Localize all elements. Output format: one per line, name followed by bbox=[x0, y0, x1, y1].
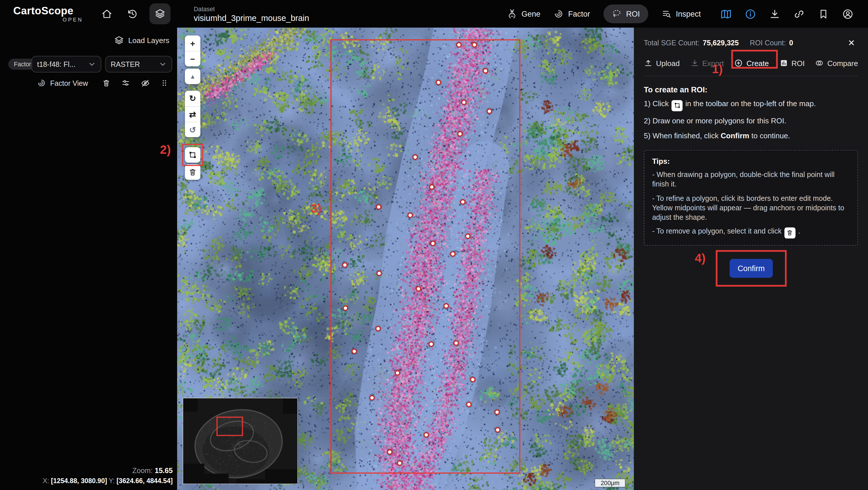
nav-factor[interactable]: Factor bbox=[554, 9, 590, 19]
step3-suffix: to continue. bbox=[751, 131, 790, 140]
roi-vertex[interactable] bbox=[343, 305, 348, 311]
x-label: X: bbox=[43, 477, 49, 485]
roi-vertex[interactable] bbox=[470, 377, 475, 382]
scale-bar-label: 200μm bbox=[601, 480, 619, 486]
roi-vertex[interactable] bbox=[376, 270, 382, 276]
upload-label: Upload bbox=[656, 59, 680, 67]
minimap[interactable] bbox=[183, 398, 298, 484]
delete-layer-button[interactable] bbox=[100, 77, 112, 89]
map-viewport[interactable]: + − ▲ ↻ ⇄ ↺ 200μm bbox=[177, 28, 634, 490]
zoom-out-button[interactable]: − bbox=[185, 51, 200, 66]
home-button[interactable] bbox=[97, 4, 116, 23]
roi-vertex[interactable] bbox=[495, 427, 500, 433]
compass-button[interactable]: ▲ bbox=[185, 69, 200, 84]
factor-swirl-icon bbox=[37, 78, 45, 88]
rotate-ccw-button[interactable]: ↺ bbox=[185, 122, 200, 137]
load-layers-button[interactable]: Load Layers bbox=[114, 35, 169, 45]
download-button[interactable] bbox=[768, 8, 780, 20]
map-status: Zoom: 15.65 X: [1254.88, 3080.90] Y: [36… bbox=[43, 466, 173, 485]
instruction-step-2: 2) Draw one or more polygons for this RO… bbox=[634, 111, 868, 126]
roi-vertex[interactable] bbox=[443, 303, 449, 309]
tip3-prefix: - To remove a polygon, select it and cli… bbox=[652, 227, 782, 235]
close-icon: × bbox=[848, 37, 855, 48]
total-sge-label: Total SGE Count: bbox=[644, 38, 700, 47]
delete-shape-button[interactable] bbox=[185, 164, 200, 180]
dataset-label: Dataset bbox=[194, 5, 309, 12]
roi-vertex[interactable] bbox=[415, 286, 421, 292]
map-button[interactable] bbox=[720, 8, 732, 20]
tip-3: - To remove a polygon, select it and cli… bbox=[652, 227, 850, 238]
upload-icon bbox=[644, 59, 653, 67]
roi-vertex[interactable] bbox=[342, 262, 348, 268]
roi-vertex[interactable] bbox=[450, 251, 456, 257]
rotate-control-group: ↻ ⇄ ↺ bbox=[185, 91, 200, 137]
roi-vertex[interactable] bbox=[375, 326, 381, 331]
zoom-in-button[interactable]: + bbox=[185, 35, 200, 51]
roi-vertex[interactable] bbox=[465, 233, 470, 239]
layer-drag-handle[interactable] bbox=[158, 77, 170, 89]
nav-factor-label: Factor bbox=[568, 9, 590, 19]
roi-vertex[interactable] bbox=[429, 184, 435, 190]
roi-vertex[interactable] bbox=[387, 449, 392, 455]
nav-roi-label: ROI bbox=[626, 9, 640, 19]
trash-icon bbox=[188, 167, 197, 176]
roi-vertex[interactable] bbox=[429, 341, 434, 347]
roi-vertex[interactable] bbox=[461, 100, 467, 105]
roi-vertex[interactable] bbox=[487, 108, 492, 114]
raster-select[interactable]: RASTER bbox=[105, 56, 172, 73]
layers-button[interactable] bbox=[150, 3, 170, 24]
roi-vertex[interactable] bbox=[456, 42, 462, 47]
info-button[interactable] bbox=[744, 8, 756, 20]
roi-vertex[interactable] bbox=[395, 370, 400, 375]
compare-button[interactable]: Compare bbox=[815, 59, 858, 67]
roi-vertex[interactable] bbox=[466, 402, 472, 407]
sliders-icon bbox=[121, 78, 130, 88]
rotate-cw-button[interactable]: ↻ bbox=[185, 91, 200, 106]
roi-vertex[interactable] bbox=[436, 80, 441, 85]
dataset-name: visiumhd_3prime_mouse_brain bbox=[194, 13, 309, 22]
layer-settings-button[interactable] bbox=[120, 77, 132, 89]
roi-vertex[interactable] bbox=[376, 204, 381, 210]
nav-inspect[interactable]: Inspect bbox=[661, 9, 701, 19]
account-button[interactable] bbox=[841, 8, 854, 20]
scale-bar: 200μm bbox=[595, 479, 626, 487]
brand-logo[interactable]: CartoScope OPEN bbox=[13, 5, 83, 23]
panel-header: Total SGE Count: 75,629,325 ROI Count: 0… bbox=[634, 28, 868, 49]
roi-vertex[interactable] bbox=[412, 154, 418, 160]
nav-gene[interactable]: Gene bbox=[507, 9, 540, 19]
roi-vertex[interactable] bbox=[454, 340, 459, 346]
coords-readout: X: [1254.88, 3080.90] Y: [3624.66, 4844.… bbox=[43, 477, 173, 485]
roi-rectangle bbox=[330, 39, 520, 473]
chevron-down-icon bbox=[159, 60, 167, 68]
layer-visibility-button[interactable] bbox=[139, 77, 151, 89]
cartoscope-app: CartoScope OPEN Dataset visiumhd_3prime_… bbox=[0, 0, 868, 490]
flip-button[interactable]: ⇄ bbox=[185, 106, 200, 122]
bookmark-button[interactable] bbox=[817, 8, 829, 20]
roi-vertex[interactable] bbox=[457, 131, 463, 136]
roi-vertex[interactable] bbox=[460, 199, 466, 204]
factor-select[interactable]: t18-f48: Fl... bbox=[32, 56, 101, 73]
close-panel-button[interactable]: × bbox=[845, 36, 858, 49]
layers-icon bbox=[114, 35, 124, 45]
roi-vertex[interactable] bbox=[423, 432, 429, 437]
nav-roi[interactable]: ROI bbox=[603, 4, 648, 23]
link-button[interactable] bbox=[793, 8, 805, 20]
roi-vertex[interactable] bbox=[397, 460, 402, 466]
roi-tab-button[interactable]: ROI bbox=[779, 59, 805, 67]
tips-box: Tips: - When drawing a polygon, double-c… bbox=[644, 150, 858, 246]
roi-vertex[interactable] bbox=[430, 241, 436, 246]
minimap-viewport[interactable] bbox=[216, 417, 243, 436]
topbar-icon-buttons bbox=[720, 8, 854, 20]
upload-button[interactable]: Upload bbox=[644, 59, 680, 67]
roi-vertex[interactable] bbox=[352, 349, 357, 354]
chevron-down-icon bbox=[88, 60, 96, 68]
roi-vertex[interactable] bbox=[483, 68, 488, 73]
roi-vertex[interactable] bbox=[369, 395, 375, 400]
roi-vertex[interactable] bbox=[407, 213, 413, 218]
history-button[interactable] bbox=[123, 4, 142, 23]
roi-vertex[interactable] bbox=[494, 410, 500, 415]
account-icon bbox=[842, 8, 854, 20]
download-icon bbox=[769, 8, 780, 20]
roi-vertex[interactable] bbox=[472, 42, 477, 47]
annotation-label-4: 4) bbox=[694, 251, 706, 266]
